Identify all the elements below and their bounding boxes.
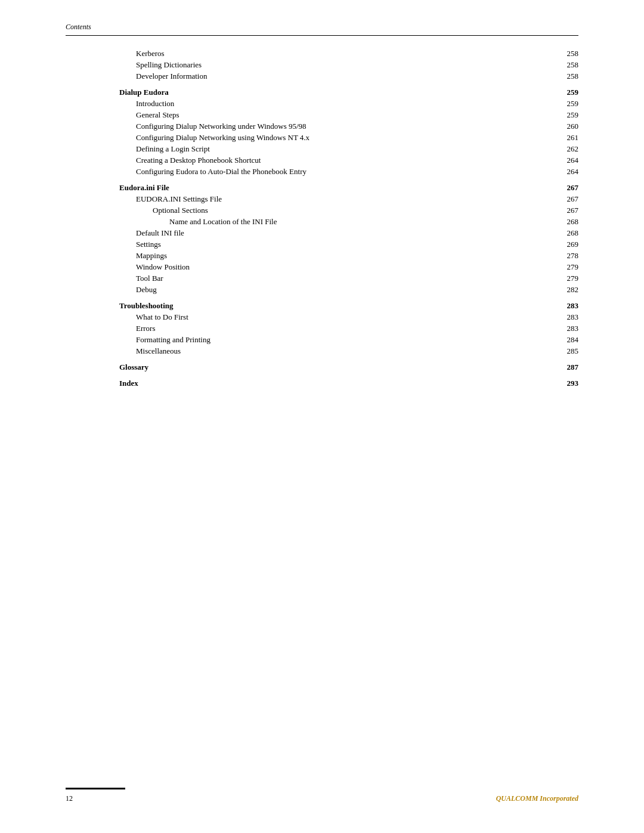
toc-entry-page: 278 — [543, 250, 578, 261]
toc-row: Kerberos258 — [119, 48, 578, 59]
toc-entry-text: General Steps — [119, 109, 543, 120]
toc-entry-page: 259 — [543, 109, 578, 120]
toc-row: Window Position279 — [119, 261, 578, 272]
toc-entry-page: 258 — [543, 70, 578, 82]
toc-content: Kerberos258Spelling Dictionaries258Devel… — [119, 48, 578, 389]
toc-row: Creating a Desktop Phonebook Shortcut264 — [119, 154, 578, 166]
toc-entry-text: Configuring Dialup Networking using Wind… — [119, 132, 543, 143]
toc-entry-text: Default INI file — [119, 227, 543, 239]
toc-entry-text: Settings — [119, 239, 543, 250]
toc-entry-page: 283 — [543, 323, 578, 334]
toc-row: Configuring Eudora to Auto-Dial the Phon… — [119, 166, 578, 177]
toc-entry-text: Spelling Dictionaries — [119, 59, 543, 70]
toc-row: Errors283 — [119, 323, 578, 334]
toc-entry-page: 264 — [543, 154, 578, 166]
toc-entry-page: 268 — [543, 227, 578, 239]
toc-spacer — [119, 373, 578, 377]
toc-row: Eudora.ini File267 — [119, 182, 578, 193]
toc-entry-text: Introduction — [119, 98, 543, 109]
toc-entry-text: Window Position — [119, 261, 543, 272]
toc-entry-text: Debug — [119, 284, 543, 295]
toc-entry-text: Glossary — [119, 361, 543, 373]
page: Contents Kerberos258Spelling Dictionarie… — [0, 0, 644, 833]
toc-entry-text: Creating a Desktop Phonebook Shortcut — [119, 154, 543, 166]
toc-entry-text: Index — [119, 377, 543, 389]
toc-entry-text: Formatting and Printing — [119, 334, 543, 345]
toc-entry-page: 282 — [543, 284, 578, 295]
toc-entry-page: 287 — [543, 361, 578, 373]
toc-entry-page: 283 — [543, 300, 578, 311]
toc-entry-text: EUDORA.INI Settings File — [119, 193, 543, 205]
page-number: 12 — [66, 794, 73, 803]
toc-entry-text: Errors — [119, 323, 543, 334]
toc-row: Formatting and Printing284 — [119, 334, 578, 345]
toc-entry-page: 259 — [543, 86, 578, 98]
toc-row: Tool Bar279 — [119, 272, 578, 284]
toc-row: Index293 — [119, 377, 578, 389]
toc-row: General Steps259 — [119, 109, 578, 120]
toc-entry-text: Optional Sections — [119, 205, 543, 216]
toc-entry-text: Eudora.ini File — [119, 182, 543, 193]
toc-entry-text: Miscellaneous — [119, 345, 543, 357]
toc-entry-text: Kerberos — [119, 48, 543, 59]
toc-entry-page: 267 — [543, 205, 578, 216]
toc-row: Troubleshooting283 — [119, 300, 578, 311]
toc-spacer — [119, 357, 578, 361]
toc-row: Dialup Eudora259 — [119, 86, 578, 98]
footer-rule — [66, 788, 125, 789]
toc-row: Debug282 — [119, 284, 578, 295]
toc-entry-page: 283 — [543, 311, 578, 323]
toc-entry-page: 268 — [543, 216, 578, 227]
toc-spacer — [119, 295, 578, 300]
toc-row: Mappings278 — [119, 250, 578, 261]
toc-entry-text: What to Do First — [119, 311, 543, 323]
toc-row: Glossary287 — [119, 361, 578, 373]
toc-entry-page: 258 — [543, 48, 578, 59]
toc-row: Optional Sections267 — [119, 205, 578, 216]
toc-entry-page: 279 — [543, 261, 578, 272]
toc-entry-page: 267 — [543, 193, 578, 205]
toc-row: Introduction259 — [119, 98, 578, 109]
toc-entry-page: 264 — [543, 166, 578, 177]
toc-row: Settings269 — [119, 239, 578, 250]
toc-row: Configuring Dialup Networking using Wind… — [119, 132, 578, 143]
toc-row: Developer Information258 — [119, 70, 578, 82]
toc-entry-page: 261 — [543, 132, 578, 143]
header-label: Contents — [66, 23, 578, 32]
toc-entry-text: Dialup Eudora — [119, 86, 543, 98]
toc-entry-text: Troubleshooting — [119, 300, 543, 311]
toc-entry-text: Mappings — [119, 250, 543, 261]
toc-entry-text: Tool Bar — [119, 272, 543, 284]
toc-row: Defining a Login Script262 — [119, 143, 578, 154]
toc-entry-page: 262 — [543, 143, 578, 154]
toc-entry-page: 285 — [543, 345, 578, 357]
toc-entry-page: 258 — [543, 59, 578, 70]
brand-label: QUALCOMM Incorporated — [496, 794, 578, 803]
toc-entry-text: Name and Location of the INI File — [119, 216, 543, 227]
toc-row: Miscellaneous285 — [119, 345, 578, 357]
toc-spacer — [119, 82, 578, 86]
toc-entry-page: 259 — [543, 98, 578, 109]
toc-entry-text: Configuring Eudora to Auto-Dial the Phon… — [119, 166, 543, 177]
toc-row: EUDORA.INI Settings File267 — [119, 193, 578, 205]
toc-table: Kerberos258Spelling Dictionaries258Devel… — [119, 48, 578, 389]
header-divider — [66, 35, 578, 36]
page-footer: 12 QUALCOMM Incorporated — [66, 788, 578, 803]
toc-row: What to Do First283 — [119, 311, 578, 323]
page-header: Contents — [66, 23, 578, 36]
toc-entry-text: Configuring Dialup Networking under Wind… — [119, 120, 543, 132]
toc-entry-text: Developer Information — [119, 70, 543, 82]
toc-row: Name and Location of the INI File268 — [119, 216, 578, 227]
toc-entry-page: 260 — [543, 120, 578, 132]
toc-entry-page: 269 — [543, 239, 578, 250]
toc-row: Configuring Dialup Networking under Wind… — [119, 120, 578, 132]
toc-row: Default INI file268 — [119, 227, 578, 239]
toc-spacer — [119, 177, 578, 182]
toc-entry-text: Defining a Login Script — [119, 143, 543, 154]
footer-content: 12 QUALCOMM Incorporated — [66, 794, 578, 803]
toc-entry-page: 293 — [543, 377, 578, 389]
toc-row: Spelling Dictionaries258 — [119, 59, 578, 70]
toc-entry-page: 267 — [543, 182, 578, 193]
toc-entry-page: 284 — [543, 334, 578, 345]
toc-entry-page: 279 — [543, 272, 578, 284]
